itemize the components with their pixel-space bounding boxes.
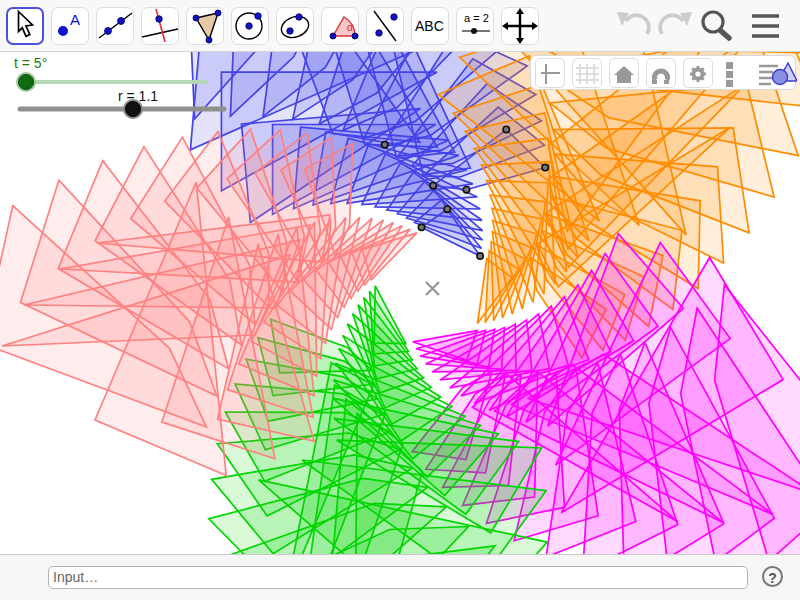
svg-text:A: A bbox=[70, 11, 80, 28]
svg-text:ABC: ABC bbox=[415, 18, 444, 34]
svg-text:a = 2: a = 2 bbox=[464, 12, 489, 24]
svg-text:α: α bbox=[347, 22, 353, 33]
svg-text:t = 5°: t = 5° bbox=[14, 55, 47, 71]
